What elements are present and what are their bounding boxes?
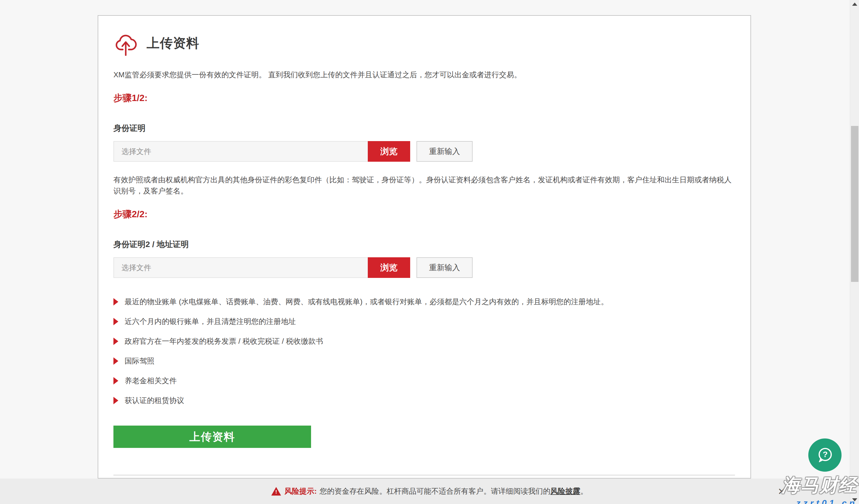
upload-documents-card: 上传资料 XM监管必须要求您提供一份有效的文件证明。 直到我们收到您上传的文件并…: [98, 15, 751, 478]
accepted-documents-list: 最近的物业账单 (水电煤账单、话费账单、油费、网费、或有线电视账单)，或者银行对…: [114, 297, 735, 406]
list-item-text: 获认证的租赁协议: [125, 395, 184, 406]
list-item: 养老金相关文件: [114, 376, 735, 386]
list-item-text: 近六个月内的银行账单，并且清楚注明您的注册地址: [125, 317, 296, 327]
question-speech-bubble-icon: ?: [815, 446, 834, 464]
red-triangle-icon: [114, 358, 118, 365]
red-triangle-icon: [114, 397, 118, 405]
scrollbar-thumb[interactable]: [851, 126, 858, 282]
step2-field-label: 身份证明2 / 地址证明: [114, 239, 735, 250]
red-triangle-icon: [114, 377, 118, 385]
risk-warning-suffix: 。: [580, 486, 588, 496]
step1-description: 有效护照或者由权威机构官方出具的其他身份证件的彩色复印件（比如：驾驶证，身份证等…: [114, 174, 735, 196]
list-item-text: 养老金相关文件: [125, 376, 177, 386]
section-divider: [114, 475, 735, 475]
intro-text: XM监管必须要求您提供一份有效的文件证明。 直到我们收到您上传的文件并且认证通过…: [114, 69, 735, 80]
svg-text:?: ?: [823, 450, 828, 459]
risk-warning-bar: ! 风险提示: 您的资金存在风险。杠杆商品可能不适合所有客户。请详细阅读我们的 …: [0, 478, 859, 504]
step1-file-row: 浏览 重新输入: [114, 141, 735, 162]
scroll-up-icon[interactable]: [852, 3, 857, 6]
red-triangle-icon: [114, 298, 118, 306]
list-item: 近六个月内的银行账单，并且清楚注明您的注册地址: [114, 317, 735, 327]
close-icon[interactable]: ×: [778, 485, 785, 498]
step2-browse-button[interactable]: 浏览: [368, 257, 410, 278]
upload-documents-button[interactable]: 上传资料: [114, 426, 311, 448]
page-title: 上传资料: [147, 35, 199, 52]
list-item: 最近的物业账单 (水电煤账单、话费账单、油费、网费、或有线电视账单)，或者银行对…: [114, 297, 735, 307]
risk-warning-text: 您的资金存在风险。杠杆商品可能不适合所有客户。请详细阅读我们的: [320, 486, 551, 496]
step2-reset-button[interactable]: 重新输入: [417, 257, 472, 278]
red-triangle-icon: [114, 318, 118, 326]
list-item: 政府官方在一年内签发的税务发票 / 税收完税证 / 税收缴款书: [114, 336, 735, 346]
step2-heading: 步骤2/2:: [114, 208, 735, 221]
step1-browse-button[interactable]: 浏览: [368, 141, 410, 162]
step1-reset-button[interactable]: 重新输入: [417, 141, 472, 162]
step2-file-input[interactable]: [114, 257, 368, 278]
list-item-text: 政府官方在一年内签发的税务发票 / 税收完税证 / 税收缴款书: [125, 336, 323, 346]
risk-warning-label: 风险提示:: [284, 486, 317, 496]
list-item-text: 国际驾照: [125, 356, 154, 366]
cloud-upload-icon: [114, 31, 138, 56]
page-header: 上传资料: [114, 31, 735, 56]
help-chat-button[interactable]: ?: [808, 439, 842, 472]
step1-heading: 步骤1/2:: [114, 92, 735, 105]
list-item: 获认证的租赁协议: [114, 395, 735, 406]
red-triangle-icon: [114, 338, 118, 345]
step2-file-row: 浏览 重新输入: [114, 257, 735, 278]
list-item-text: 最近的物业账单 (水电煤账单、话费账单、油费、网费、或有线电视账单)，或者银行对…: [125, 297, 608, 307]
vertical-scrollbar[interactable]: [850, 0, 859, 504]
list-item: 国际驾照: [114, 356, 735, 366]
risk-disclosure-link[interactable]: 风险披露: [551, 486, 580, 496]
scroll-down-icon[interactable]: [852, 498, 857, 501]
step1-field-label: 身份证明: [114, 123, 735, 133]
step1-file-input[interactable]: [114, 141, 368, 162]
warning-triangle-icon: !: [271, 487, 281, 496]
